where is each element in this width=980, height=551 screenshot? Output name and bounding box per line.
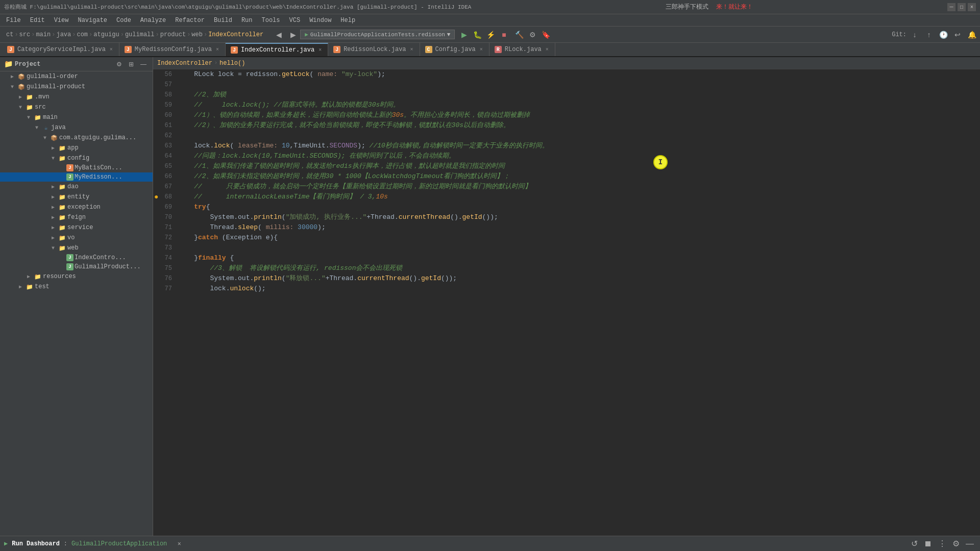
menu-analyze[interactable]: Analyze <box>136 16 170 25</box>
menu-edit[interactable]: Edit <box>26 16 49 25</box>
menu-refactor[interactable]: Refactor <box>171 16 209 25</box>
tree-exception[interactable]: ▶ 📁 exception <box>0 202 153 212</box>
tab-categoryserviceimpl[interactable]: J CategoryServiceImpl.java × <box>2 43 119 56</box>
close-run-dashboard[interactable]: × <box>173 538 185 550</box>
tree-web[interactable]: ▼ 📁 web <box>0 243 153 253</box>
tree-dao[interactable]: ▶ 📁 dao <box>0 182 153 192</box>
tab-redissonlock[interactable]: J RedissonLock.java × <box>328 43 420 56</box>
tree-package[interactable]: ▼ 📦 com.atguigu.gulima... <box>0 133 153 143</box>
stop-button[interactable]: ■ <box>498 29 510 41</box>
bookmark-button[interactable]: 🔖 <box>540 29 552 41</box>
tree-arrow-dao: ▶ <box>49 184 57 190</box>
java-icon-indexcontroller: J <box>66 254 74 261</box>
sidebar-settings[interactable]: ⚙ <box>114 59 124 69</box>
breadcrumb-indexcontroller-label[interactable]: IndexController <box>157 60 212 67</box>
back-button[interactable]: ◀ <box>273 29 285 41</box>
breadcrumb-gulimall[interactable]: gulimall <box>125 31 155 38</box>
code-line-72: 72 }catch (Exception e){ <box>153 233 980 243</box>
code-line-76: 76 System.out.println("释放锁..."+Thread.cu… <box>153 273 980 284</box>
menu-help[interactable]: Help <box>336 16 359 25</box>
git-push[interactable]: ↑ <box>923 29 935 41</box>
notification-button[interactable]: 🔔 <box>966 29 978 41</box>
menu-run[interactable]: Run <box>237 16 257 25</box>
breadcrumb-indexcontroller[interactable]: IndexController <box>208 31 263 38</box>
breadcrumb-atguigu[interactable]: atguigu <box>93 31 119 38</box>
tree-entity[interactable]: ▶ 📁 entity <box>0 192 153 202</box>
menu-code[interactable]: Code <box>112 16 135 25</box>
close-button[interactable]: × <box>968 3 976 11</box>
tab-config[interactable]: C Config.java × <box>420 43 489 56</box>
breadcrumb-main[interactable]: main <box>36 31 51 38</box>
breadcrumb-src[interactable]: src <box>19 31 31 38</box>
tree-mybatisconfig[interactable]: ▶ J MyBatisCon... <box>0 163 153 172</box>
tree-indexcontroller[interactable]: ▶ J IndexContro... <box>0 253 153 262</box>
tab-rlock[interactable]: R RLock.java × <box>489 43 555 56</box>
run-with-coverage[interactable]: ⚡ <box>484 29 497 41</box>
forward-button[interactable]: ▶ <box>287 29 299 41</box>
window-controls: ─ □ × <box>947 3 976 11</box>
code-line-67: 67 // 只要占锁成功，就会启动一个定时任务【重新给锁设置过期时间，新的过期时… <box>153 182 980 192</box>
tree-java[interactable]: ▼ ☕ java <box>0 122 153 133</box>
run-minimize-btn[interactable]: — <box>964 538 976 549</box>
tree-myredisson[interactable]: ▶ J MyRedisson... <box>0 172 153 182</box>
breadcrumb-ct[interactable]: ct <box>6 31 13 38</box>
breadcrumb-com[interactable]: com <box>77 31 88 38</box>
menu-build[interactable]: Build <box>210 16 236 25</box>
git-update[interactable]: ↓ <box>909 29 921 41</box>
editor-breadcrumb: IndexController › hello() <box>153 57 980 69</box>
tree-config[interactable]: ▼ 📁 config <box>0 153 153 163</box>
tree-vo[interactable]: ▶ 📁 vo <box>0 233 153 243</box>
tree-gulimall-order[interactable]: ▶ 📦 gulimall-order <box>0 71 153 82</box>
tab-close-redissonlock[interactable]: × <box>409 46 414 53</box>
tab-close-config[interactable]: × <box>479 46 484 53</box>
code-editor[interactable]: 56 RLock lock = redisson.getLock( name: … <box>153 69 980 536</box>
tree-gulimall-product[interactable]: ▼ 📦 gulimall-product <box>0 82 153 92</box>
tab-close-rlock[interactable]: × <box>545 46 550 53</box>
run-app-name[interactable]: GulimallProductApplication <box>71 540 167 547</box>
tab-close-myredissonconfig[interactable]: × <box>215 46 220 53</box>
tab-close-indexcontroller[interactable]: × <box>317 47 323 54</box>
tree-feign[interactable]: ▶ 📁 feign <box>0 212 153 222</box>
menu-tools[interactable]: Tools <box>258 16 284 25</box>
menu-file[interactable]: File <box>2 16 25 25</box>
tree-main[interactable]: ▼ 📁 main <box>0 112 153 122</box>
menu-navigate[interactable]: Navigate <box>74 16 111 25</box>
sidebar-expand[interactable]: ⊞ <box>126 59 136 69</box>
tab-close-categoryserviceimpl[interactable]: × <box>109 46 114 53</box>
folder-icon-config: 📁 <box>58 154 66 162</box>
code-line-56: 56 RLock lock = redisson.getLock( name: … <box>153 69 980 80</box>
run-restart-btn[interactable]: ↺ <box>909 538 920 549</box>
build-button[interactable]: 🔨 <box>513 29 525 41</box>
run-config-selector[interactable]: ▶ GulimallProductApplicationTests.rediss… <box>300 30 455 39</box>
git-history[interactable]: 🕐 <box>937 29 949 41</box>
tree-arrow-vo: ▶ <box>49 235 57 241</box>
menu-view[interactable]: View <box>50 16 73 25</box>
menu-window[interactable]: Window <box>305 16 335 25</box>
sidebar-collapse[interactable]: — <box>138 59 149 69</box>
tree-app[interactable]: ▶ 📁 app <box>0 143 153 153</box>
maximize-button[interactable]: □ <box>958 3 966 11</box>
minimize-button[interactable]: ─ <box>947 3 955 11</box>
tree-mvn[interactable]: ▶ 📁 .mvn <box>0 92 153 102</box>
code-line-73: 73 <box>153 243 980 253</box>
breadcrumb-product[interactable]: product <box>160 31 186 38</box>
menu-vcs[interactable]: VCS <box>285 16 305 25</box>
debug-button[interactable]: 🐛 <box>471 29 483 41</box>
tree-gulimallproduct[interactable]: ▶ J GulimallProduct... <box>0 262 153 271</box>
breadcrumb-web[interactable]: web <box>191 31 203 38</box>
tree-service[interactable]: ▶ 📁 service <box>0 222 153 233</box>
settings-button[interactable]: ⚙ <box>526 29 538 41</box>
breadcrumb-hello-method[interactable]: hello() <box>219 60 245 67</box>
tree-test[interactable]: ▶ 📁 test <box>0 282 153 292</box>
tab-icon-redissonlock: J <box>333 46 340 53</box>
tree-src[interactable]: ▼ 📁 src <box>0 102 153 112</box>
tab-myredissonconfig[interactable]: J MyRedissonConfig.java × <box>119 43 226 56</box>
tree-resources[interactable]: ▶ 📁 resources <box>0 271 153 282</box>
breadcrumb-java[interactable]: java <box>56 31 71 38</box>
run-filter-btn[interactable]: ⋮ <box>936 538 948 549</box>
tab-indexcontroller[interactable]: J IndexController.java × <box>226 43 328 56</box>
run-settings-btn[interactable]: ⚙ <box>950 538 962 549</box>
git-revert[interactable]: ↩ <box>951 29 964 41</box>
run-stop-all-btn[interactable]: ⏹ <box>922 538 934 549</box>
run-button[interactable]: ▶ <box>458 29 470 41</box>
